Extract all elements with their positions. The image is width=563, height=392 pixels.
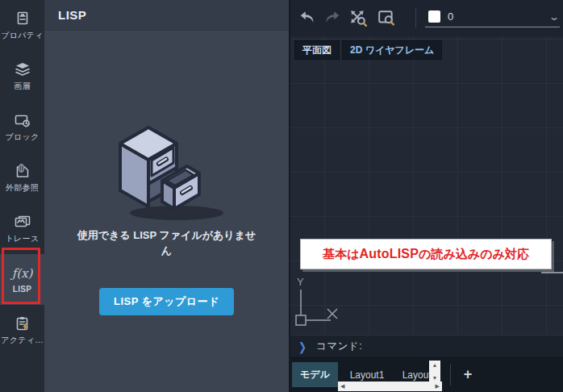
- panel-title: LISP: [44, 0, 289, 31]
- layer-color-swatch: [428, 10, 440, 23]
- tab-model[interactable]: モデル: [292, 362, 338, 387]
- layout-tab-bar: モデル Layout1 Layout2 ▲ ▼ ◀ ▶ +: [290, 357, 563, 392]
- canvas-toolbar: 0 ⌄: [290, 0, 563, 36]
- block-icon: [14, 112, 31, 128]
- chevron-down-icon: ⌄: [548, 11, 560, 23]
- tabbar-divider: [450, 364, 451, 386]
- sidebar-item-layers[interactable]: 画層: [0, 51, 44, 102]
- scroll-left-arrow[interactable]: ◀: [340, 383, 344, 390]
- layer-name: 0: [448, 10, 550, 23]
- file-cabinet-illustration: [96, 116, 237, 225]
- sidebar-item-label: ブロック: [5, 131, 39, 143]
- visual-style-control[interactable]: 2D ワイヤフレーム: [342, 40, 442, 60]
- empty-state-message: 使用できる LISP ファイルがありません: [76, 228, 257, 259]
- layer-dropdown[interactable]: 0 ⌄: [425, 6, 560, 27]
- annotation-suffix: の読み込みのみ対応: [419, 247, 529, 262]
- drawing-canvas[interactable]: 平面図 2D ワイヤフレーム 基本はAutoLISPの読み込みのみ対応 Y: [290, 36, 563, 335]
- sidebar-item-block[interactable]: ブロック: [0, 102, 44, 152]
- lisp-panel: LISP: [44, 0, 290, 392]
- drawing-region: 0 ⌄ 平面図 2D ワイヤフレーム 基本はAutoLISPの読み込みのみ対応 …: [290, 0, 563, 392]
- drawing-line-segment: [541, 272, 563, 273]
- autocad-web-window: プロパティ 画層 ブロック: [0, 0, 563, 392]
- xref-icon: [14, 163, 31, 179]
- tab-vertical-scrollbar[interactable]: ▲ ▼: [429, 361, 440, 382]
- activity-icon: [14, 315, 31, 332]
- sidebar-item-label: LISP: [13, 285, 31, 294]
- annotation-prefix: 基本は: [323, 247, 359, 262]
- command-chevron-icon: ❯: [298, 340, 307, 353]
- sidebar-item-label: トレース: [6, 233, 40, 244]
- sidebar-item-xref[interactable]: 外部参照: [0, 152, 44, 203]
- sidebar-item-properties[interactable]: プロパティ: [0, 0, 44, 51]
- function-icon: ƒ(x): [14, 265, 31, 281]
- command-line[interactable]: ❯ コマンド:: [290, 335, 563, 357]
- zoom-extents-icon[interactable]: [349, 9, 367, 27]
- scroll-up-arrow[interactable]: ▲: [432, 362, 438, 368]
- sidebar-item-label: プロパティ: [1, 30, 44, 41]
- scroll-down-arrow[interactable]: ▼: [432, 375, 438, 381]
- sidebar-item-trace[interactable]: トレース: [0, 203, 44, 254]
- sidebar-item-label: 画層: [14, 81, 31, 92]
- add-layout-button[interactable]: +: [457, 362, 479, 387]
- command-prompt: コマンド:: [316, 340, 362, 353]
- redo-button[interactable]: [323, 9, 341, 27]
- properties-icon: [14, 10, 31, 27]
- toolbar-divider: [415, 7, 416, 28]
- sidebar-item-lisp[interactable]: ƒ(x) LISP: [0, 254, 44, 305]
- scroll-right-arrow[interactable]: ▶: [436, 383, 440, 390]
- annotation-emphasis: AutoLISP: [360, 247, 419, 261]
- annotation-callout: 基本はAutoLISPの読み込みのみ対応: [300, 239, 552, 269]
- zoom-window-icon[interactable]: [377, 9, 395, 27]
- sidebar-item-label: アクティ…: [1, 335, 43, 346]
- panel-body: 使用できる LISP ファイルがありません LISP をアップロード: [44, 31, 289, 392]
- trace-icon: [14, 214, 31, 230]
- sidebar-item-activity[interactable]: アクティ…: [0, 305, 44, 356]
- ucs-icon: Y: [294, 275, 344, 328]
- tab-horizontal-scrollbar[interactable]: ◀ ▶: [338, 382, 442, 391]
- layers-icon: [14, 61, 31, 77]
- view-control-plan[interactable]: 平面図: [294, 40, 340, 60]
- ucs-y-label: Y: [297, 276, 304, 288]
- sidebar-item-label: 外部参照: [6, 182, 39, 194]
- tool-sidebar: プロパティ 画層 ブロック: [0, 0, 44, 392]
- undo-button[interactable]: [298, 9, 316, 27]
- upload-lisp-button[interactable]: LISP をアップロード: [99, 288, 234, 315]
